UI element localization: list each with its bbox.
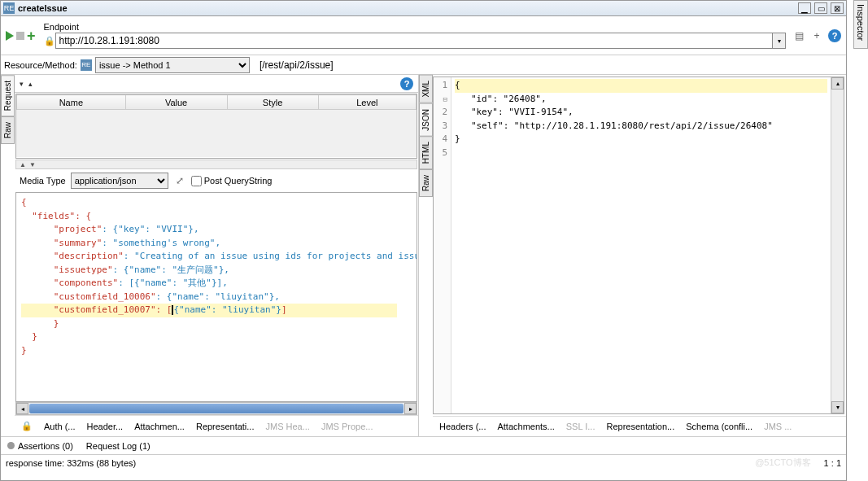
tab-headers-left[interactable]: Header...: [87, 422, 124, 431]
scroll-up-icon[interactable]: ▴: [831, 77, 844, 90]
rest-icon: RE: [3, 2, 15, 14]
tab-request-log[interactable]: Request Log (1): [86, 441, 150, 451]
tab-json[interactable]: JSON: [419, 103, 433, 137]
tab-headers-right[interactable]: Headers (...: [439, 422, 486, 431]
response-gutter: 1 ⊟ 2 3 4 5: [434, 77, 451, 413]
mediatype-expand-icon[interactable]: ⤢: [173, 174, 186, 187]
response-vscrollbar[interactable]: ▴ ▾: [831, 77, 844, 413]
tab-attachments-left[interactable]: Attachmen...: [134, 422, 185, 431]
tab-inspector[interactable]: Inspector: [853, 0, 868, 49]
add-button[interactable]: +: [27, 28, 36, 43]
resource-label: Resource/Method:: [4, 60, 77, 70]
close-button[interactable]: ⊠: [831, 2, 844, 14]
maximize-button[interactable]: ▭: [814, 2, 827, 14]
endpoint-input[interactable]: [55, 33, 773, 49]
tab-representations-left[interactable]: Representati...: [196, 422, 255, 431]
response-bottom-tabs: Headers (... Attachments... SSL I... Rep…: [433, 416, 846, 436]
post-querystring-label: Post QueryString: [204, 176, 273, 186]
resource-toolbar: Resource/Method: RE issue -> Method 1 [/…: [1, 55, 846, 75]
endpoint-toolbar: + Endpoint 🔒 ▾ ▤ + ?: [1, 16, 846, 55]
assertions-dot-icon: [7, 442, 15, 449]
status-bar: response time: 332ms (88 bytes) @51CTO博客…: [1, 454, 846, 470]
tab-attachments-right[interactable]: Attachments...: [497, 422, 554, 431]
request-bottom-tabs: 🔒 Auth (... Header... Attachmen... Repre…: [15, 415, 418, 436]
response-time-status: response time: 332ms (88 bytes): [6, 458, 136, 468]
cursor-position: 1 : 1: [824, 458, 841, 468]
minimize-button[interactable]: ▁: [798, 2, 811, 14]
mediatype-label: Media Type: [20, 176, 66, 186]
editor-hscrollbar[interactable]: ◂ ▸: [15, 402, 417, 415]
tab-representation-right[interactable]: Representation...: [606, 422, 674, 431]
tab-jms-right[interactable]: JMS ...: [764, 422, 792, 431]
post-querystring-checkbox[interactable]: [191, 176, 202, 186]
run-button[interactable]: [6, 31, 14, 41]
toolbar-icon-1[interactable]: ▤: [792, 29, 805, 42]
titlebar: RE createIssue ▁ ▭ ⊠: [1, 1, 846, 16]
col-name[interactable]: Name: [17, 95, 126, 110]
auth-lock-icon: 🔒: [21, 421, 33, 431]
tab-raw-right[interactable]: Raw: [419, 169, 433, 197]
tab-auth[interactable]: Auth (...: [44, 422, 76, 431]
tab-ssl[interactable]: SSL I...: [566, 422, 595, 431]
updown-bar[interactable]: ▲▼: [15, 160, 417, 169]
request-body-editor[interactable]: { "fields": { "project": {"key": "VVII"}…: [15, 192, 417, 402]
param-down-icon[interactable]: ▾: [20, 80, 24, 88]
lock-icon: 🔒: [44, 35, 55, 46]
scroll-thumb[interactable]: [29, 404, 403, 413]
param-up-icon[interactable]: ▴: [28, 80, 33, 88]
toolbar-add-icon[interactable]: +: [810, 29, 823, 42]
endpoint-label: Endpoint: [44, 22, 786, 32]
resource-path: [/rest/api/2/issue]: [260, 59, 334, 71]
tab-jms-headers[interactable]: JMS Hea...: [265, 422, 309, 431]
tab-request[interactable]: Request: [1, 75, 15, 116]
col-value[interactable]: Value: [125, 95, 227, 110]
tab-html[interactable]: HTML: [419, 136, 433, 169]
endpoint-dropdown-button[interactable]: ▾: [773, 33, 786, 49]
stop-button[interactable]: [16, 32, 24, 40]
response-body[interactable]: { "id": "26408", "key": "VVII-9154", "se…: [451, 77, 831, 413]
window-title: createIssue: [18, 3, 798, 13]
response-viewer[interactable]: 1 ⊟ 2 3 4 5 { "id": "26408", "key": "VVI…: [433, 77, 844, 414]
scroll-down-icon[interactable]: ▾: [831, 401, 844, 413]
scroll-left-icon[interactable]: ◂: [16, 403, 28, 414]
footer-tabs: Assertions (0) Request Log (1): [1, 436, 846, 454]
params-help-icon[interactable]: ?: [400, 77, 413, 90]
tab-raw-left[interactable]: Raw: [1, 116, 15, 144]
tab-xml[interactable]: XML: [419, 75, 433, 103]
scroll-right-icon[interactable]: ▸: [404, 403, 417, 414]
resource-select[interactable]: issue -> Method 1: [95, 57, 250, 73]
tab-schema[interactable]: Schema (confli...: [686, 422, 752, 431]
params-table-body[interactable]: [16, 110, 417, 157]
method-icon: RE: [81, 59, 92, 71]
tab-assertions[interactable]: Assertions (0): [18, 441, 73, 451]
watermark: @51CTO博客: [755, 457, 810, 469]
mediatype-select[interactable]: application/json: [71, 173, 168, 189]
params-table: Name Value Style Level: [15, 94, 417, 159]
col-style[interactable]: Style: [227, 95, 318, 110]
col-level[interactable]: Level: [318, 95, 416, 110]
table-header-row: Name Value Style Level: [17, 95, 417, 110]
help-icon[interactable]: ?: [828, 29, 841, 42]
tab-jms-props[interactable]: JMS Prope...: [321, 422, 373, 431]
